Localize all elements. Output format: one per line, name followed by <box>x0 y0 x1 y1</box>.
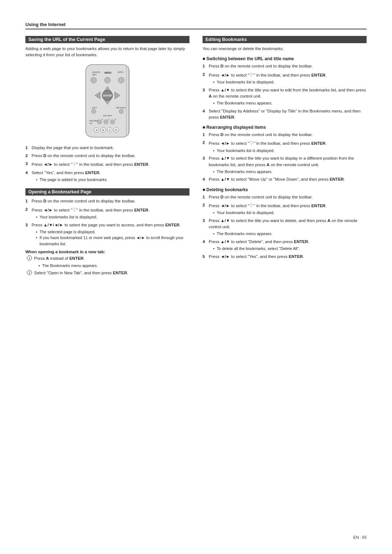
when-circle-1: 1 <box>27 255 32 260</box>
remote-illustration: AQUOS NET MENU APPS <box>25 63 189 140</box>
switching-subsection: Switching between the URL and title name… <box>203 56 367 120</box>
switching-step-1: 1 Press D on the remote control unit to … <box>203 63 367 69</box>
rearranging-step-3: 3 Press ▲/▼ to select the title you want… <box>203 155 367 175</box>
svg-text:ENTER: ENTER <box>103 94 112 97</box>
saving-steps: 1 Display the page that you want to book… <box>25 145 189 183</box>
deleting-step-5: 5 Press ◄/► to select "Yes", and then pr… <box>203 254 367 260</box>
rearranging-step-2: 2 Press ◄/► to select "♡" in the toolbar… <box>203 140 367 153</box>
svg-point-25 <box>104 120 108 124</box>
page-header: Using the Internet <box>25 22 367 29</box>
saving-section-header: Saving the URL of the Current Page <box>25 36 189 43</box>
svg-point-6 <box>105 77 110 83</box>
rearranging-steps: 1 Press D on the remote control unit to … <box>203 132 367 183</box>
saving-step-3: 3 Press ◄/► to select "♡" in the toolbar… <box>25 161 189 168</box>
switching-step-3-bullet: The Bookmarks menu appears. <box>213 100 367 106</box>
page-container: Using the Internet Saving the URL of the… <box>25 22 367 278</box>
saving-step-2: 2 Press D on the remote control unit to … <box>25 153 189 159</box>
deleting-subsection: Deleting bookmarks 1 Press D on the remo… <box>203 187 367 260</box>
deleting-step-2-bullet: Your bookmarks list is displayed. <box>213 210 367 216</box>
deleting-steps: 1 Press D on the remote control unit to … <box>203 194 367 260</box>
switching-step-2-bullet: Your bookmarks list is displayed. <box>213 79 367 85</box>
switching-subsection-header: Switching between the URL and title name <box>203 56 367 61</box>
deleting-step-1: 1 Press D on the remote control unit to … <box>203 194 367 200</box>
svg-point-27 <box>110 120 115 124</box>
opening-step-3-bullet-2: If you have bookmarked 11 or more web pa… <box>36 235 189 247</box>
svg-text:AQUOS: AQUOS <box>92 71 100 73</box>
svg-point-17 <box>91 109 96 114</box>
opening-section-header: Opening a Bookmarked Page <box>25 188 189 196</box>
rearranging-step-4: 4 Press ▲/▼ to select "Move Up" or "Move… <box>203 176 367 182</box>
right-column: Editing Bookmarks You can rearrange or d… <box>203 36 367 278</box>
opening-step-2-bullet: Your bookmarks list is displayed. <box>36 214 189 220</box>
rearranging-subsection: Rearranging displayed items 1 Press D on… <box>203 125 367 183</box>
svg-text:B: B <box>102 129 104 131</box>
svg-text:D: D <box>115 129 117 131</box>
svg-text:FAV APP: FAV APP <box>103 115 112 117</box>
svg-text:C: C <box>109 129 110 131</box>
when-title: When opening a bookmark in a new tab: <box>25 250 189 254</box>
when-block: When opening a bookmark in a new tab: 1 … <box>25 250 189 276</box>
page-header-title: Using the Internet <box>25 22 66 27</box>
svg-text:NET: NET <box>92 74 97 76</box>
deleting-subsection-header: Deleting bookmarks <box>203 187 367 192</box>
svg-text:A: A <box>96 129 98 131</box>
deleting-step-4-bullet: To delete all the bookmarks, select "Del… <box>213 246 367 252</box>
editing-section-intro: You can rearrange or delete the bookmark… <box>203 46 367 52</box>
svg-text:EXIT: EXIT <box>92 107 97 109</box>
opening-step-3: 3 Press ▲/▼/◄/► to select the page you w… <box>25 222 189 247</box>
saving-step-4: 4 Select "Yes", and then press ENTER. Th… <box>25 170 189 183</box>
page-number: EN · 65 <box>353 535 367 539</box>
switching-step-3: 3 Press ▲/▼ to select the title you want… <box>203 87 367 106</box>
rearranging-step-3-bullet: The Bookmarks menu appears. <box>213 169 367 175</box>
saving-section-intro: Adding a web page to your bookmarks allo… <box>25 46 189 58</box>
svg-point-5 <box>91 77 97 83</box>
opening-step-2: 2 Press ◄/► to select "♡" in the toolbar… <box>25 206 189 220</box>
opening-section: Opening a Bookmarked Page 1 Press D on t… <box>25 188 189 276</box>
left-column: Saving the URL of the Current Page Addin… <box>25 36 189 278</box>
saving-step-1: 1 Display the page that you want to book… <box>25 145 189 151</box>
svg-text:APPS: APPS <box>118 71 123 73</box>
svg-point-19 <box>119 109 123 114</box>
deleting-step-3-bullet: The Bookmarks menu appears. <box>213 231 367 237</box>
rearranging-step-2-bullet: Your bookmarks list is displayed. <box>213 148 367 154</box>
svg-text:MENU: MENU <box>105 71 111 74</box>
editing-section-header: Editing Bookmarks <box>203 36 367 43</box>
deleting-step-3: 3 Press ▲/▼ to select the title you want… <box>203 218 367 237</box>
deleting-step-4: 4 Press ▲/▼ to select "Delete", and then… <box>203 239 367 252</box>
svg-point-7 <box>118 77 124 83</box>
svg-text:CH: CH <box>89 122 93 124</box>
saving-section: Saving the URL of the Current Page Addin… <box>25 36 189 182</box>
svg-point-23 <box>97 120 102 124</box>
opening-steps: 1 Press D on the remote control unit to … <box>25 198 189 247</box>
rearranging-subsection-header: Rearranging displayed items <box>203 125 367 130</box>
page-footer: EN · 65 <box>353 535 367 539</box>
deleting-step-2: 2 Press ◄/► to select "♡" in the toolbar… <box>203 202 367 216</box>
opening-step-3-bullet-1: The selected page is displayed. <box>36 229 189 235</box>
when-item-1-bullet: The Bookmarks menu appears. <box>38 263 189 269</box>
svg-text:RETURN: RETURN <box>116 107 125 109</box>
saving-step-4-bullet: The page is added to your bookmarks. <box>36 177 189 183</box>
opening-step-1: 1 Press D on the remote control unit to … <box>25 198 189 204</box>
remote-svg: AQUOS NET MENU APPS <box>78 63 136 139</box>
rearranging-step-1: 1 Press D on the remote control unit to … <box>203 132 367 138</box>
switching-step-4: 4 Select "Display by Address" or "Displa… <box>203 108 367 121</box>
editing-section: Editing Bookmarks You can rearrange or d… <box>203 36 367 260</box>
when-circle-2: 2 <box>27 270 32 275</box>
when-item-1: 1 Press A instead of ENTER. The Bookmark… <box>25 255 189 268</box>
switching-steps: 1 Press D on the remote control unit to … <box>203 63 367 120</box>
when-item-2: 2 Select "Open in New Tab", and then pre… <box>25 270 189 276</box>
switching-step-2: 2 Press ◄/► to select "♡" in the toolbar… <box>203 71 367 85</box>
